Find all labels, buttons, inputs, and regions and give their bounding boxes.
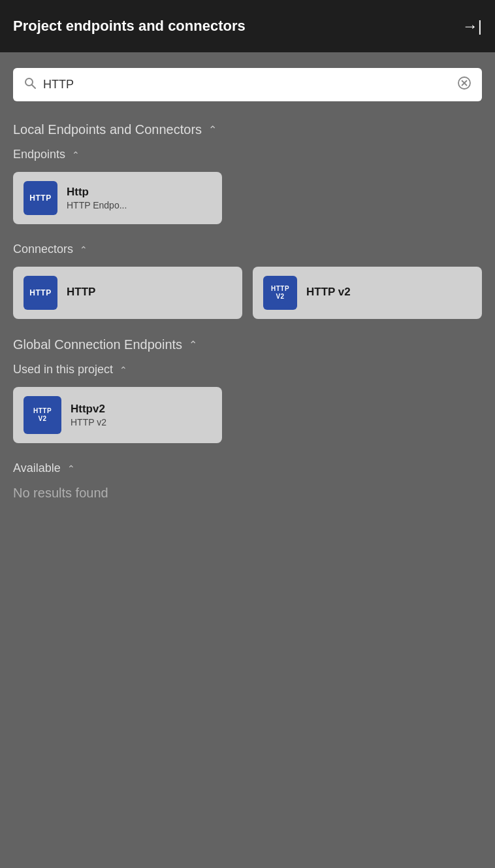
used-subsection: Used in this project ⌃ HTTPV2 Httpv2 HTT… — [13, 363, 482, 443]
svg-line-1 — [32, 85, 36, 89]
list-item[interactable]: HTTPV2 Httpv2 HTTP v2 — [13, 387, 222, 443]
http-endpoint-icon: HTTP — [24, 181, 57, 215]
clear-search-button[interactable] — [457, 76, 471, 93]
header: Project endpoints and connectors →| — [0, 0, 495, 52]
search-bar — [13, 68, 482, 101]
httpv2-connector-title: HTTP v2 — [306, 286, 351, 299]
used-label: Used in this project ⌃ — [13, 363, 482, 376]
httpv2-used-title: Httpv2 — [71, 403, 106, 416]
no-results-text: No results found — [13, 486, 482, 501]
local-section: Local Endpoints and Connectors ⌃ Endpoin… — [13, 122, 482, 319]
main-content: Local Endpoints and Connectors ⌃ Endpoin… — [0, 52, 495, 868]
httpv2-connector-text: HTTP v2 — [306, 286, 351, 300]
http-connector-icon: HTTP — [24, 276, 57, 310]
global-section-label: Global Connection Endpoints ⌃ — [13, 337, 482, 352]
connectors-chevron[interactable]: ⌃ — [80, 244, 88, 255]
http-connector-text: HTTP — [67, 286, 95, 300]
http-connector-title: HTTP — [67, 286, 95, 299]
httpv2-used-subtitle: HTTP v2 — [71, 417, 106, 427]
global-section: Global Connection Endpoints ⌃ Used in th… — [13, 337, 482, 501]
list-item[interactable]: HTTP Http HTTP Endpo... — [13, 172, 222, 224]
http-endpoint-title: Http — [67, 186, 127, 199]
connectors-subsection: Connectors ⌃ HTTP HTTP HTTPV2 HTTP v2 — [13, 242, 482, 319]
connectors-grid: HTTP HTTP HTTPV2 HTTP v2 — [13, 267, 482, 319]
search-input[interactable] — [43, 78, 451, 92]
http-endpoint-subtitle: HTTP Endpo... — [67, 200, 127, 210]
available-subsection: Available ⌃ No results found — [13, 461, 482, 501]
close-panel-button[interactable]: →| — [462, 17, 482, 35]
page-title: Project endpoints and connectors — [13, 18, 246, 35]
global-section-chevron[interactable]: ⌃ — [189, 339, 197, 351]
used-chevron[interactable]: ⌃ — [120, 365, 127, 375]
search-icon — [24, 76, 37, 93]
available-label: Available ⌃ — [13, 461, 482, 475]
endpoints-chevron[interactable]: ⌃ — [72, 150, 80, 160]
http-endpoint-text: Http HTTP Endpo... — [67, 186, 127, 210]
list-item[interactable]: HTTPV2 HTTP v2 — [253, 267, 482, 319]
list-item[interactable]: HTTP HTTP — [13, 267, 242, 319]
httpv2-connector-icon: HTTPV2 — [263, 276, 297, 310]
httpv2-used-icon: HTTPV2 — [24, 396, 61, 434]
connectors-label: Connectors ⌃ — [13, 242, 482, 256]
local-section-chevron[interactable]: ⌃ — [208, 124, 217, 136]
endpoints-subsection: Endpoints ⌃ HTTP Http HTTP Endpo... — [13, 148, 482, 224]
used-grid: HTTPV2 Httpv2 HTTP v2 — [13, 387, 482, 443]
available-chevron[interactable]: ⌃ — [67, 463, 75, 474]
local-section-label: Local Endpoints and Connectors ⌃ — [13, 122, 482, 137]
endpoints-label: Endpoints ⌃ — [13, 148, 482, 161]
httpv2-used-text: Httpv2 HTTP v2 — [71, 403, 106, 427]
endpoints-grid: HTTP Http HTTP Endpo... — [13, 172, 482, 224]
